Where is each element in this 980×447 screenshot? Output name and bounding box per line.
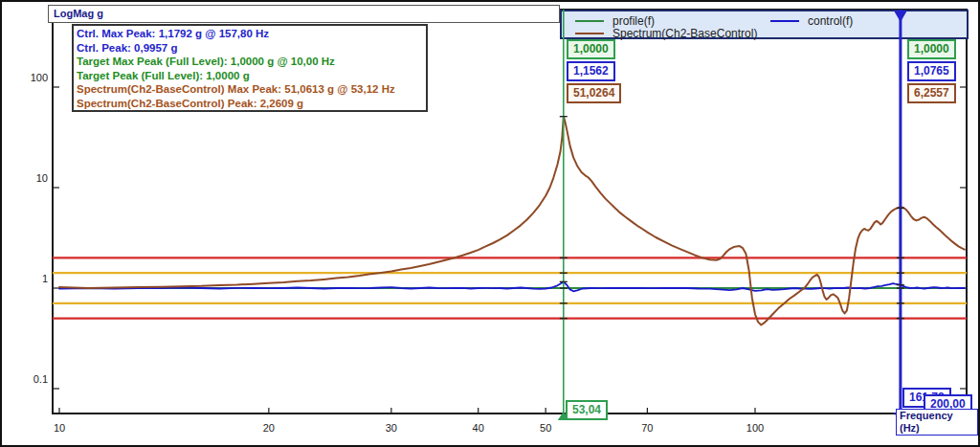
- legend: profile(f) control(f) Spectrum(Ch2-BaseC…: [560, 10, 969, 39]
- peak-info-box: Ctrl. Max Peak: 1,1792 g @ 157,80 Hz Ctr…: [72, 24, 428, 112]
- green-cursor-spectrum-value: 51,0264: [567, 83, 621, 103]
- green-cursor-control-value: 1,1562: [567, 61, 615, 81]
- legend-item-spectrum[interactable]: Spectrum(Ch2-BaseControl): [575, 27, 757, 40]
- y-tick-label: 10: [36, 172, 48, 184]
- target-peak-text: Target Peak (Full Level): 1,0000 g: [77, 69, 423, 83]
- x-tick-label: 50: [540, 422, 551, 434]
- profile-line-swatch: [575, 20, 604, 23]
- legend-item-control[interactable]: control(f): [770, 14, 853, 28]
- green-cursor-frequency-box[interactable]: 53,04: [566, 400, 608, 420]
- spectrum-peak-text: Spectrum(Ch2-BaseControl) Peak: 2,2609 g: [77, 97, 423, 111]
- y-tick-label: 1: [42, 273, 48, 284]
- ctrl-peak-text: Ctrl. Peak: 0,9957 g: [77, 41, 423, 56]
- x-tick-label: 20: [263, 422, 275, 434]
- y-axis-format-tab[interactable]: LogMag g: [48, 5, 560, 23]
- x-tick-label: 40: [473, 422, 484, 434]
- y-tick-label: 100: [31, 72, 48, 83]
- blue-cursor-control-value: 1,0765: [907, 61, 956, 81]
- spectrum-line-swatch: [575, 33, 604, 35]
- legend-label-control: control(f): [808, 14, 853, 28]
- x-tick-label: 100: [746, 422, 764, 434]
- legend-label-profile: profile(f): [612, 14, 655, 28]
- y-axis-format-label: LogMag g: [54, 8, 103, 19]
- legend-label-spectrum: Spectrum(Ch2-BaseControl): [612, 27, 757, 40]
- vibration-control-chart-window: 1020304050701002001001010.1 LogMag g Ctr…: [0, 0, 980, 447]
- legend-item-profile[interactable]: profile(f): [575, 14, 655, 28]
- green-cursor-profile-value: 1,0000: [567, 39, 615, 59]
- spectrum-max-peak-text: Spectrum(Ch2-BaseControl) Max Peak: 51,0…: [77, 82, 423, 97]
- blue-cursor-profile-value: 1,0000: [907, 39, 956, 59]
- target-max-peak-text: Target Max Peak (Full Level): 1,0000 g @…: [77, 55, 423, 69]
- x-tick-label: 30: [386, 422, 397, 434]
- y-tick-label: 0.1: [33, 373, 48, 385]
- x-tick-label: 70: [641, 422, 653, 434]
- x-axis-label: Frequency (Hz): [896, 409, 978, 436]
- ctrl-max-peak-text: Ctrl. Max Peak: 1,1792 g @ 157,80 Hz: [77, 27, 423, 41]
- x-tick-label: 10: [54, 422, 65, 434]
- blue-cursor-spectrum-value: 6,2557: [907, 83, 956, 103]
- control-line-swatch: [770, 20, 799, 23]
